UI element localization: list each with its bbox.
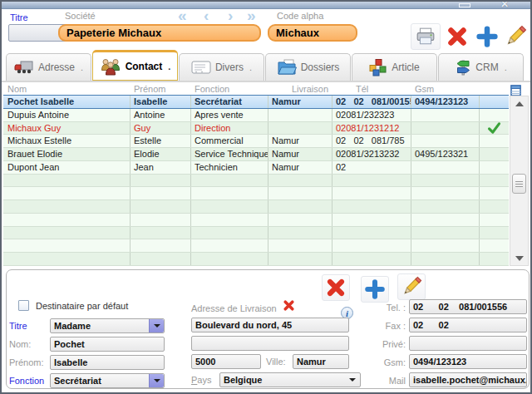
mail-field[interactable]: isabelle.pochet@michaux.be (409, 372, 527, 387)
nom-label: Nom: (9, 339, 31, 349)
prive-field[interactable] (409, 336, 527, 351)
tab-contact[interactable]: Contact. (92, 50, 178, 81)
scroll-up-button[interactable] (511, 96, 527, 109)
column-header-livraison[interactable]: Livraison (268, 83, 332, 95)
empty-row[interactable] (3, 200, 509, 214)
cell-prenom: Elodie (131, 148, 191, 160)
titre-combobox[interactable]: Madame (50, 318, 165, 333)
titre-value: Madame (54, 321, 91, 331)
country-combobox[interactable]: Belgique (219, 372, 361, 387)
ville-label: Ville: (266, 357, 286, 367)
nav-previous-button[interactable]: ‹ (204, 7, 209, 25)
nav-last-button[interactable]: » (247, 7, 256, 25)
add-record-button[interactable] (472, 23, 502, 50)
tel-label: Tel. : (369, 303, 406, 313)
chevron-down-icon[interactable] (349, 378, 356, 385)
societe-field[interactable]: Papeterie Michaux (58, 24, 261, 42)
tab-crm[interactable]: CRM. (438, 53, 524, 81)
tel-field[interactable]: 02 02 081/001556 (409, 299, 527, 314)
gsm-field[interactable]: 0494/123123 (409, 354, 527, 369)
cell-livraison: Namur (268, 161, 332, 174)
tab-article[interactable]: Article (352, 53, 437, 81)
empty-row[interactable] (3, 253, 509, 266)
cell-prenom: Estelle (131, 135, 191, 147)
code-alpha-field[interactable]: Michaux (268, 24, 357, 42)
address-line2-field[interactable] (191, 336, 349, 351)
prenom-field[interactable]: Isabelle (50, 355, 165, 370)
column-header-nom[interactable]: Nom (3, 83, 131, 95)
empty-row[interactable] (3, 214, 509, 227)
clear-address-x-icon[interactable] (282, 298, 296, 313)
prive-label: Privé: (369, 339, 406, 349)
cell-livraison: Namur (268, 148, 332, 160)
contact-table-body: Pochet Isabelle Isabelle Secrétariat Nam… (3, 96, 509, 266)
cell-prenom: Isabelle (131, 96, 191, 108)
fonction-combobox[interactable]: Secrétariat (50, 373, 165, 388)
pencil-icon (400, 275, 423, 298)
delete-record-button[interactable] (442, 23, 472, 50)
column-header-prenom[interactable]: Prénom (131, 83, 191, 95)
pays-label: Pays (191, 375, 211, 385)
tab-adresse[interactable]: Adresse. (6, 53, 91, 81)
tab-dossiers[interactable]: Dossiers (265, 53, 351, 81)
scroll-down-button[interactable] (511, 253, 527, 265)
fax-field[interactable]: 02 02 (409, 318, 527, 332)
cell-tel: 02 02 081/785 (332, 135, 411, 147)
pencil-icon (503, 24, 528, 49)
nav-next-button[interactable]: › (228, 7, 233, 25)
app-window: ✕ Titre Société Papeterie Michaux « ‹ › … (0, 0, 532, 394)
delete-x-icon (324, 276, 347, 299)
empty-row[interactable] (3, 187, 509, 200)
cell-gsm (411, 109, 480, 121)
cell-prenom: Jean (131, 161, 191, 174)
add-plus-icon (363, 278, 387, 301)
empty-row[interactable] (3, 175, 509, 188)
empty-row[interactable] (3, 227, 509, 240)
empty-row[interactable] (3, 239, 509, 253)
table-row[interactable]: Pochet Isabelle Isabelle Secrétariat Nam… (3, 95, 509, 109)
cell-gsm (411, 161, 480, 174)
cell-tel: 02 02 081/001556 (332, 96, 411, 108)
add-contact-button[interactable] (361, 276, 389, 303)
default-recipient-label: Destinataire par défaut (36, 301, 128, 311)
tab-adresse-label: Adresse (38, 62, 75, 73)
cell-prenom: Antoine (131, 109, 191, 121)
chevron-down-icon[interactable] (149, 374, 164, 387)
edit-contact-button[interactable] (397, 273, 426, 300)
tab-divers[interactable]: Divers. (179, 53, 264, 81)
cell-tel: 02081/232323 (332, 109, 411, 121)
postal-code-field[interactable]: 5000 (191, 354, 261, 369)
index-card-icon (191, 60, 211, 75)
table-scrollbar[interactable] (510, 96, 529, 266)
minimize-button[interactable] (459, 3, 470, 7)
tab-crm-label: CRM (475, 62, 498, 73)
tab-article-label: Article (392, 62, 419, 73)
city-field[interactable]: Namur (293, 354, 349, 369)
table-row[interactable]: Dupont Jean Jean Technicien Namur 02 (3, 161, 509, 175)
table-row[interactable]: Michaux Guy Guy Direction 02081/1231212 (3, 122, 509, 135)
edit-record-button[interactable] (500, 23, 530, 50)
column-header-tel[interactable]: Tél (332, 83, 411, 95)
table-row[interactable]: Dupuis Antoine Antoine Apres vente 02081… (3, 109, 509, 122)
table-row[interactable]: Brauet Elodie Elodie Service Technique N… (3, 148, 509, 161)
cell-fonction: Commercial (191, 135, 268, 147)
print-button[interactable] (411, 23, 441, 50)
cell-nom: Dupont Jean (3, 161, 131, 174)
column-header-fonction[interactable]: Fonction (191, 83, 268, 95)
column-header-gsm[interactable]: Gsm (411, 83, 480, 95)
delete-contact-button[interactable] (322, 274, 350, 301)
tab-dossiers-label: Dossiers (301, 62, 340, 73)
close-button[interactable]: ✕ (497, 0, 512, 10)
address-line1-field[interactable]: Boulevard du nord, 45 (191, 318, 349, 332)
chevron-down-icon[interactable] (149, 319, 164, 332)
cell-tel: 02 (332, 161, 411, 174)
nav-first-button[interactable]: « (178, 7, 187, 25)
nom-field[interactable]: Pochet (50, 337, 165, 352)
scrollbar-thumb[interactable] (512, 174, 526, 194)
table-row[interactable]: Michaux Estelle Estelle Commercial Namur… (3, 135, 509, 148)
cell-gsm (411, 135, 480, 147)
cell-fonction: Secrétariat (191, 96, 268, 108)
adresse-livraison-label: Adresse de Livraison (191, 303, 277, 313)
mail-label: Mail (369, 376, 406, 386)
default-recipient-checkbox[interactable] (18, 300, 29, 311)
